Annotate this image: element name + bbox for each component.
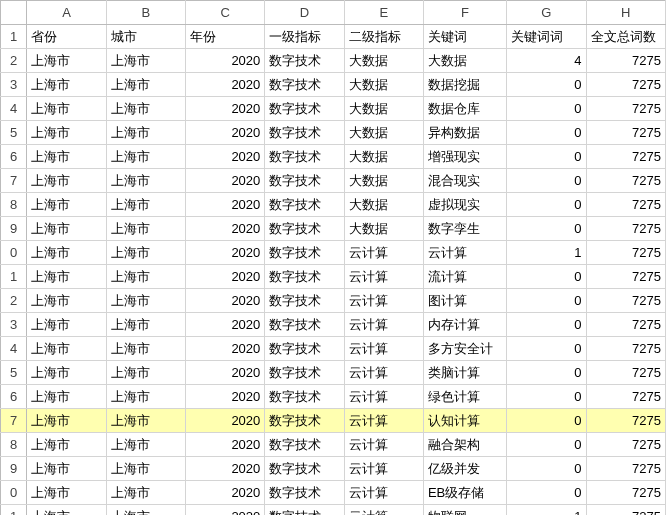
cell[interactable]: 云计算 [344, 385, 423, 409]
cell[interactable]: 上海市 [106, 289, 185, 313]
cell[interactable]: 上海市 [106, 121, 185, 145]
cell[interactable]: 云计算 [344, 265, 423, 289]
row-number[interactable]: 6 [1, 145, 27, 169]
cell[interactable]: 数字技术 [265, 193, 344, 217]
cell[interactable]: 云计算 [344, 361, 423, 385]
cell[interactable]: 上海市 [106, 73, 185, 97]
cell[interactable]: 7275 [586, 385, 665, 409]
cell[interactable]: 上海市 [27, 289, 106, 313]
cell[interactable]: 大数据 [344, 73, 423, 97]
cell[interactable]: 云计算 [344, 289, 423, 313]
col-letter[interactable]: B [106, 1, 185, 25]
row-number[interactable]: 1 [1, 265, 27, 289]
row-number[interactable]: 5 [1, 361, 27, 385]
cell[interactable]: 上海市 [27, 385, 106, 409]
cell[interactable]: 上海市 [106, 385, 185, 409]
cell[interactable]: 大数据 [423, 49, 506, 73]
cell[interactable]: 上海市 [27, 313, 106, 337]
cell[interactable]: 7275 [586, 193, 665, 217]
cell[interactable]: 0 [507, 97, 586, 121]
row-number[interactable]: 3 [1, 313, 27, 337]
cell[interactable]: 数字技术 [265, 457, 344, 481]
cell[interactable]: 云计算 [423, 241, 506, 265]
cell[interactable]: 上海市 [27, 241, 106, 265]
cell[interactable]: 2020 [186, 121, 265, 145]
row-number[interactable]: 0 [1, 481, 27, 505]
cell[interactable]: 数字技术 [265, 217, 344, 241]
cell[interactable]: 0 [507, 217, 586, 241]
cell[interactable]: 7275 [586, 433, 665, 457]
cell[interactable]: 数字技术 [265, 505, 344, 516]
row-number[interactable]: 4 [1, 337, 27, 361]
row-number[interactable]: 4 [1, 97, 27, 121]
row-number[interactable]: 9 [1, 457, 27, 481]
col-letter[interactable]: E [344, 1, 423, 25]
cell[interactable]: 上海市 [27, 409, 106, 433]
cell[interactable]: 类脑计算 [423, 361, 506, 385]
cell[interactable]: 云计算 [344, 313, 423, 337]
cell[interactable]: 数字技术 [265, 241, 344, 265]
cell[interactable]: 上海市 [106, 217, 185, 241]
col-letter[interactable]: D [265, 1, 344, 25]
cell[interactable]: 上海市 [106, 193, 185, 217]
cell[interactable]: 2020 [186, 193, 265, 217]
cell[interactable]: 0 [507, 337, 586, 361]
cell[interactable]: 异构数据 [423, 121, 506, 145]
cell[interactable]: 7275 [586, 409, 665, 433]
cell[interactable]: 数字技术 [265, 73, 344, 97]
cell[interactable]: 2020 [186, 337, 265, 361]
cell[interactable]: 7275 [586, 49, 665, 73]
cell[interactable]: 0 [507, 385, 586, 409]
cell[interactable]: 2020 [186, 145, 265, 169]
cell[interactable]: 2020 [186, 241, 265, 265]
col-letter[interactable]: A [27, 1, 106, 25]
row-number[interactable]: 8 [1, 193, 27, 217]
cell[interactable]: 上海市 [106, 337, 185, 361]
row-number[interactable]: 5 [1, 121, 27, 145]
cell[interactable]: 7275 [586, 169, 665, 193]
cell[interactable]: 上海市 [106, 169, 185, 193]
header-cell[interactable]: 全文总词数 [586, 25, 665, 49]
spreadsheet-table[interactable]: A B C D E F G H 1省份城市年份一级指标二级指标关键词关键词词全文… [0, 0, 666, 515]
cell[interactable]: 上海市 [106, 481, 185, 505]
cell[interactable]: 7275 [586, 313, 665, 337]
cell[interactable]: 大数据 [344, 97, 423, 121]
cell[interactable]: 7275 [586, 97, 665, 121]
cell[interactable]: 2020 [186, 481, 265, 505]
row-number[interactable]: 1 [1, 505, 27, 516]
cell[interactable]: 图计算 [423, 289, 506, 313]
cell[interactable]: 云计算 [344, 409, 423, 433]
cell[interactable]: 云计算 [344, 433, 423, 457]
header-cell[interactable]: 二级指标 [344, 25, 423, 49]
cell[interactable]: 云计算 [344, 505, 423, 516]
row-number[interactable]: 8 [1, 433, 27, 457]
cell[interactable]: 0 [507, 481, 586, 505]
cell[interactable]: 1 [507, 505, 586, 516]
row-number[interactable]: 3 [1, 73, 27, 97]
col-letter[interactable]: C [186, 1, 265, 25]
cell[interactable]: 2020 [186, 313, 265, 337]
cell[interactable]: 0 [507, 289, 586, 313]
cell[interactable]: 数字技术 [265, 49, 344, 73]
cell[interactable]: 2020 [186, 361, 265, 385]
cell[interactable]: 上海市 [27, 433, 106, 457]
row-number[interactable]: 7 [1, 409, 27, 433]
cell[interactable]: 数字孪生 [423, 217, 506, 241]
cell[interactable]: 大数据 [344, 193, 423, 217]
cell[interactable]: 流计算 [423, 265, 506, 289]
header-cell[interactable]: 一级指标 [265, 25, 344, 49]
cell[interactable]: 数据仓库 [423, 97, 506, 121]
row-number[interactable]: 0 [1, 241, 27, 265]
cell[interactable]: 数字技术 [265, 481, 344, 505]
cell[interactable]: 数字技术 [265, 313, 344, 337]
cell[interactable]: 数字技术 [265, 433, 344, 457]
cell[interactable]: 7275 [586, 121, 665, 145]
cell[interactable]: 上海市 [106, 433, 185, 457]
cell[interactable]: 数字技术 [265, 145, 344, 169]
cell[interactable]: 数字技术 [265, 289, 344, 313]
cell[interactable]: 数字技术 [265, 361, 344, 385]
row-number[interactable]: 7 [1, 169, 27, 193]
cell[interactable]: 绿色计算 [423, 385, 506, 409]
header-cell[interactable]: 省份 [27, 25, 106, 49]
cell[interactable]: 上海市 [27, 49, 106, 73]
